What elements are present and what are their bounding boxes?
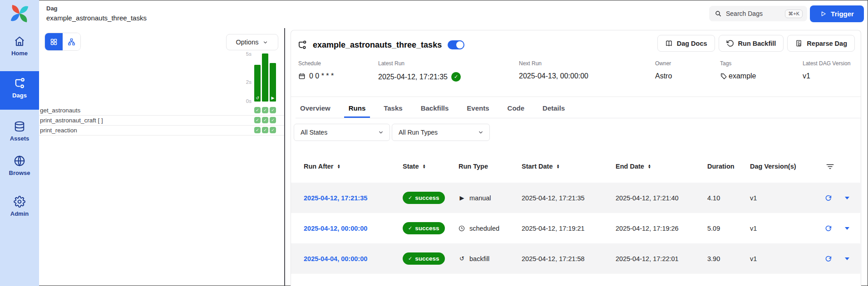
tab-runs[interactable]: Runs xyxy=(344,99,370,118)
reparse-dag-button[interactable]: Reparse Dag xyxy=(787,35,855,52)
dag-version-value: v1 xyxy=(750,225,822,232)
sort-icon[interactable] xyxy=(337,164,340,169)
page-title: example_astronauts_three_tasks xyxy=(46,14,147,22)
toggle-knob xyxy=(456,41,464,48)
tab-code[interactable]: Code xyxy=(503,99,529,118)
info-tags: Tags example xyxy=(720,60,756,80)
row-menu-caret[interactable] xyxy=(845,257,849,260)
reparse-doc-icon xyxy=(795,39,803,47)
task-instance-square[interactable] xyxy=(262,117,268,123)
status-badge: success xyxy=(403,252,445,265)
tab-tasks[interactable]: Tasks xyxy=(379,99,407,118)
run-type-filter-select[interactable]: All Run Types xyxy=(392,124,490,141)
run-type-filter-value: All Run Types xyxy=(399,129,438,136)
info-label: Owner xyxy=(655,60,672,67)
button-label: Dag Docs xyxy=(677,40,707,47)
grid-icon xyxy=(50,38,58,46)
task-label[interactable]: get_astronauts xyxy=(40,107,80,114)
task-row-divider xyxy=(39,115,284,116)
column-run-after: Run After xyxy=(304,163,334,170)
row-menu-caret[interactable] xyxy=(845,197,849,199)
column-dag-versions: Dag Version(s) xyxy=(750,163,796,170)
run-after-link[interactable]: 2025-04-12, 17:21:35 xyxy=(304,194,367,202)
column-filter-icon[interactable] xyxy=(826,163,834,170)
graph-view-button[interactable] xyxy=(63,33,80,50)
state-filter-select[interactable]: All States xyxy=(294,124,390,141)
task-instance-square[interactable] xyxy=(270,107,276,113)
task-label[interactable]: print_astronaut_craft [ ] xyxy=(40,117,103,124)
search-placeholder: Search Dags xyxy=(726,10,763,17)
play-icon: ▶ xyxy=(270,96,276,101)
tab-overview[interactable]: Overview xyxy=(296,99,335,118)
sidebar-item-browse[interactable]: Browse xyxy=(0,155,39,176)
run-backfill-button[interactable]: Run Backfill xyxy=(719,35,784,52)
tag-value[interactable]: example xyxy=(729,72,756,80)
play-icon: ▶ xyxy=(459,194,465,201)
breadcrumb: Dag xyxy=(46,5,58,12)
run-after-link[interactable]: 2025-04-12, 00:00:00 xyxy=(304,225,367,232)
options-button[interactable]: Options xyxy=(226,34,278,50)
options-label: Options xyxy=(236,39,259,46)
table-row: 2025-04-12, 00:00:00 success scheduled 2… xyxy=(291,213,860,243)
start-date-value: 2025-04-12, 17:19:21 xyxy=(522,225,616,232)
run-duration-bar-backfill[interactable]: ↺ xyxy=(254,65,261,102)
row-menu-caret[interactable] xyxy=(845,227,849,230)
clear-run-button[interactable] xyxy=(825,194,832,202)
search-input[interactable]: Search Dags ⌘+K xyxy=(709,6,807,21)
refresh-icon xyxy=(825,225,832,232)
tab-events[interactable]: Events xyxy=(462,99,493,118)
run-duration-bar-scheduled[interactable] xyxy=(262,53,268,102)
task-instance-square[interactable] xyxy=(254,127,261,133)
y-tick-0s: 0s xyxy=(234,98,252,104)
tab-backfills[interactable]: Backfills xyxy=(416,99,454,118)
run-duration-bar-manual[interactable]: ▶ xyxy=(270,63,276,102)
play-outline-icon xyxy=(820,10,827,17)
task-row-divider xyxy=(39,125,284,126)
sidebar-item-admin[interactable]: Admin xyxy=(0,196,39,217)
info-value[interactable]: 2025-04-12, 17:21:35 xyxy=(378,73,448,81)
sidebar-item-assets[interactable]: Assets xyxy=(0,121,39,142)
task-label[interactable]: print_reaction xyxy=(40,127,77,134)
table-row: 2025-04-04, 00:00:00 success ↺backfill 2… xyxy=(291,243,860,274)
backfill-arrow-icon xyxy=(726,39,734,47)
trigger-label: Trigger xyxy=(831,10,854,18)
y-tick-5s: 5s xyxy=(234,51,252,57)
sidebar-item-dags[interactable]: Dags xyxy=(0,71,39,110)
sort-icon[interactable] xyxy=(648,164,651,169)
start-date-value: 2025-04-12, 17:21:35 xyxy=(522,194,616,202)
state-filter-value: All States xyxy=(301,129,327,136)
task-instance-square[interactable] xyxy=(270,117,276,123)
panel-resize-divider[interactable] xyxy=(284,28,285,286)
airflow-logo xyxy=(10,4,30,24)
airflow-app: Home Dags Assets Browse Admin Dag exampl… xyxy=(0,0,868,286)
task-instance-square[interactable] xyxy=(254,117,261,123)
clear-run-button[interactable] xyxy=(825,255,832,262)
task-instance-square[interactable] xyxy=(262,107,268,113)
info-schedule: Schedule 0 0 * * * xyxy=(298,60,334,80)
header-divider xyxy=(291,97,861,97)
sidebar-item-label: Assets xyxy=(10,135,30,142)
trigger-button[interactable]: Trigger xyxy=(810,5,864,22)
search-shortcut-badge: ⌘+K xyxy=(785,10,803,18)
grid-view-button[interactable] xyxy=(45,33,63,50)
info-owner: Owner Astro xyxy=(655,60,672,80)
task-instance-square[interactable] xyxy=(270,127,276,133)
book-icon xyxy=(665,39,673,47)
column-run-type: Run Type xyxy=(459,163,488,170)
column-start-date: Start Date xyxy=(522,163,553,170)
task-instance-square[interactable] xyxy=(254,107,261,113)
run-after-link[interactable]: 2025-04-04, 00:00:00 xyxy=(304,255,367,262)
dag-title: example_astronauts_three_tasks xyxy=(313,40,442,50)
tab-details[interactable]: Details xyxy=(538,99,569,118)
sort-icon[interactable] xyxy=(422,164,425,169)
clear-run-button[interactable] xyxy=(825,225,832,232)
dag-docs-button[interactable]: Dag Docs xyxy=(657,35,715,52)
calendar-icon xyxy=(298,73,306,80)
sidebar-item-home[interactable]: Home xyxy=(0,35,39,57)
run-type-value: scheduled xyxy=(469,225,499,232)
info-value: 2025-04-13, 00:00:00 xyxy=(519,72,588,80)
sort-icon[interactable] xyxy=(557,164,560,169)
gear-icon xyxy=(14,196,25,208)
dag-pause-toggle[interactable] xyxy=(448,40,464,49)
task-instance-square[interactable] xyxy=(262,127,268,133)
